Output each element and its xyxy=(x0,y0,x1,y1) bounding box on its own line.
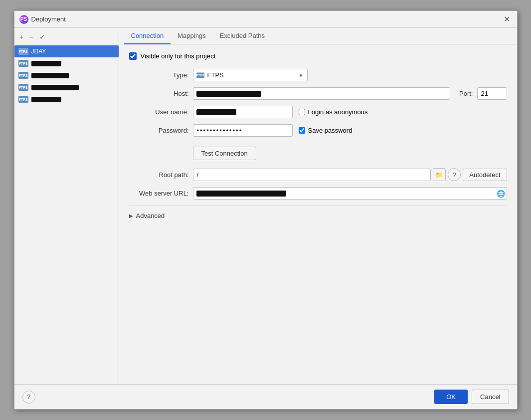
advanced-label: Advanced xyxy=(136,212,165,219)
username-label: User name: xyxy=(129,108,189,116)
web-url-group: 🌐 xyxy=(193,187,507,200)
visible-only-row: Visible only for this project xyxy=(129,52,507,60)
save-password-label: Save password xyxy=(308,127,353,134)
username-row: User name: Login as anonymous xyxy=(129,106,507,118)
close-button[interactable]: ✕ xyxy=(502,14,512,24)
confirm-button[interactable]: ✓ xyxy=(37,32,47,42)
host-label: Host: xyxy=(129,90,189,97)
port-label: Port: xyxy=(459,90,473,97)
sidebar-item-label-4 xyxy=(31,85,79,90)
port-group: Port: xyxy=(459,87,507,100)
app-icon: PS xyxy=(19,15,28,24)
sidebar-toolbar: + − ✓ xyxy=(14,30,119,44)
sidebar-item-label: JDAY xyxy=(31,48,46,55)
type-row: Type: FTPS FTP FTPS SFTP ▼ xyxy=(129,69,507,81)
login-anonymous-label: Login as anonymous xyxy=(308,108,368,116)
host-group: Port: xyxy=(193,87,507,100)
password-input[interactable] xyxy=(193,124,293,137)
add-server-button[interactable]: + xyxy=(17,32,25,42)
ftps-icon: FTPS xyxy=(18,48,28,55)
test-connection-wrapper: Test Connection xyxy=(129,143,507,168)
sidebar-item-3[interactable]: FTPS xyxy=(14,69,119,81)
root-path-group: 📁 ? Autodetect xyxy=(193,168,507,181)
web-url-input-wrapper: 🌐 xyxy=(193,187,507,200)
advanced-arrow-icon: ▶ xyxy=(129,213,133,218)
globe-button[interactable]: 🌐 xyxy=(497,190,505,198)
host-input-wrapper xyxy=(193,87,451,100)
advanced-section: ▶ Advanced xyxy=(129,206,507,221)
ftps-icon-3: FTPS xyxy=(18,72,28,79)
save-password-checkbox[interactable] xyxy=(299,127,305,134)
web-url-redacted xyxy=(196,191,286,197)
tab-mappings[interactable]: Mappings xyxy=(171,28,212,44)
port-input[interactable] xyxy=(477,87,507,100)
type-label: Type: xyxy=(129,71,189,79)
title-bar: PS Deployment ✕ xyxy=(14,11,517,28)
tab-connection[interactable]: Connection xyxy=(124,28,171,44)
ok-button[interactable]: OK xyxy=(434,390,468,404)
anonymous-row: Login as anonymous xyxy=(299,108,368,116)
advanced-header[interactable]: ▶ Advanced xyxy=(129,210,507,221)
content-area: + − ✓ FTPS JDAY FTPS FTPS FTPS FTPS xyxy=(14,28,517,384)
autodetect-button[interactable]: Autodetect xyxy=(463,169,507,181)
footer: ? OK Cancel xyxy=(14,384,517,409)
cancel-button[interactable]: Cancel xyxy=(472,390,509,404)
dialog-title: Deployment xyxy=(31,15,66,23)
password-label: Password: xyxy=(129,127,189,134)
web-server-url-row: Web server URL: 🌐 xyxy=(129,187,507,200)
sidebar-item-5[interactable]: FTPS xyxy=(14,93,119,105)
ftps-icon-5: FTPS xyxy=(18,96,28,103)
help-root-button[interactable]: ? xyxy=(448,168,461,181)
globe-icon: 🌐 xyxy=(497,190,505,198)
sidebar-item-2[interactable]: FTPS xyxy=(14,57,119,69)
browse-folder-button[interactable]: 📁 xyxy=(433,168,446,181)
deployment-dialog: PS Deployment ✕ + − ✓ FTPS JDAY FTPS FTP… xyxy=(14,10,518,410)
connection-panel: Visible only for this project Type: FTPS… xyxy=(119,44,517,384)
sidebar-item-label-2 xyxy=(31,61,61,66)
folder-icon: 📁 xyxy=(435,171,443,179)
title-bar-left: PS Deployment xyxy=(19,15,66,24)
username-redacted xyxy=(196,109,236,115)
tabs: Connection Mappings Excluded Paths xyxy=(119,28,517,44)
footer-actions: OK Cancel xyxy=(434,390,509,404)
visible-only-label: Visible only for this project xyxy=(141,52,216,60)
sidebar-item-label-5 xyxy=(31,97,61,102)
remove-server-button[interactable]: − xyxy=(27,32,35,42)
test-connection-button[interactable]: Test Connection xyxy=(193,147,256,160)
root-path-row: Root path: 📁 ? Autodetect xyxy=(129,168,507,181)
main-panel: Connection Mappings Excluded Paths Visib… xyxy=(119,28,517,384)
tab-excluded-paths[interactable]: Excluded Paths xyxy=(213,28,272,44)
ftps-icon-2: FTPS xyxy=(18,60,28,67)
type-select-wrapper: FTPS FTP FTPS SFTP ▼ xyxy=(193,69,308,81)
root-path-input[interactable] xyxy=(193,169,431,181)
save-password-row: Save password xyxy=(299,127,353,134)
visible-only-checkbox[interactable] xyxy=(129,52,137,60)
host-row: Host: Port: xyxy=(129,87,507,100)
login-anonymous-checkbox[interactable] xyxy=(299,109,305,115)
question-icon: ? xyxy=(453,171,456,179)
sidebar-item-jday[interactable]: FTPS JDAY xyxy=(14,45,119,57)
username-input-wrapper xyxy=(193,106,293,118)
type-select[interactable]: FTP FTPS SFTP xyxy=(193,69,308,81)
help-button[interactable]: ? xyxy=(22,391,35,404)
password-row: Password: Save password xyxy=(129,124,507,137)
sidebar-item-4[interactable]: FTPS xyxy=(14,81,119,93)
ftps-icon-4: FTPS xyxy=(18,84,28,91)
sidebar: + − ✓ FTPS JDAY FTPS FTPS FTPS FTPS xyxy=(14,28,119,384)
web-server-url-label: Web server URL: xyxy=(129,190,189,197)
sidebar-item-label-3 xyxy=(31,73,69,78)
host-redacted xyxy=(196,91,261,97)
root-path-label: Root path: xyxy=(129,171,189,179)
